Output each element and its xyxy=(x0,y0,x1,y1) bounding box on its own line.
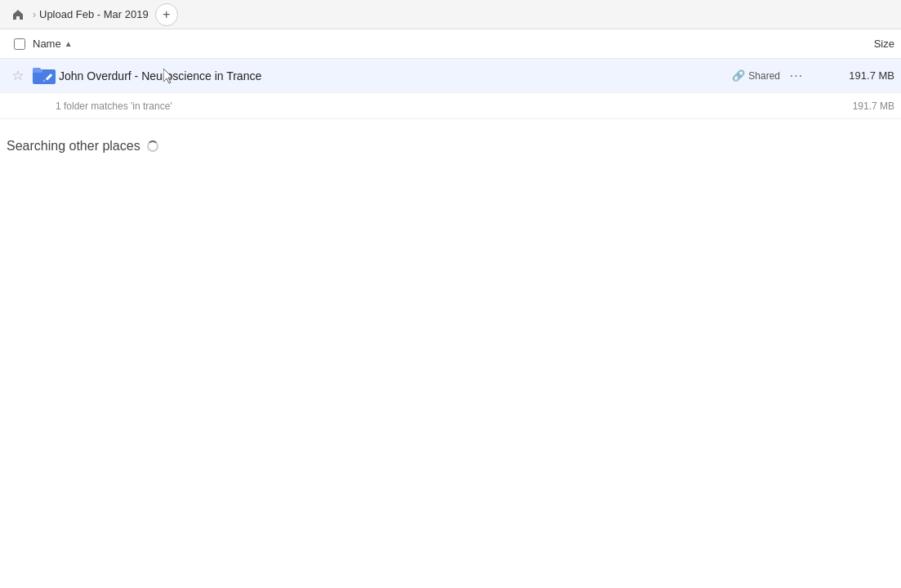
select-all-checkbox[interactable] xyxy=(7,38,33,50)
header-bar: › Upload Feb - Mar 2019 + xyxy=(0,0,901,29)
breadcrumb-chevron: › xyxy=(33,9,36,20)
file-row[interactable]: John Overdurf - Neuroscience in Trance 🔗… xyxy=(0,59,901,93)
select-all-input[interactable] xyxy=(14,38,25,50)
add-button[interactable]: + xyxy=(155,3,178,26)
more-icon: ··· xyxy=(790,69,803,83)
sort-arrow-icon: ▲ xyxy=(65,39,73,48)
column-header-row: Name ▲ Size xyxy=(0,29,901,59)
row-actions: 🔗 Shared ··· xyxy=(732,66,806,86)
svg-rect-2 xyxy=(33,68,41,72)
home-button[interactable] xyxy=(7,3,29,26)
shared-label: Shared xyxy=(748,70,780,82)
searching-label: Searching other places xyxy=(7,139,894,154)
breadcrumb-title: Upload Feb - Mar 2019 xyxy=(39,8,149,20)
file-name: John Overdurf - Neuroscience in Trance xyxy=(59,69,732,82)
loading-spinner xyxy=(147,140,158,152)
sub-info-text: 1 folder matches 'in trance' xyxy=(56,100,172,112)
plus-icon: + xyxy=(163,7,170,22)
more-button[interactable]: ··· xyxy=(787,66,806,86)
sub-info-row: 1 folder matches 'in trance' 191.7 MB xyxy=(0,93,901,119)
sub-info-size: 191.7 MB xyxy=(853,100,894,112)
file-size: 191.7 MB xyxy=(813,69,894,82)
folder-icon xyxy=(29,66,59,86)
link-icon: 🔗 xyxy=(732,69,745,82)
searching-text: Searching other places xyxy=(7,139,141,154)
name-column-header[interactable]: Name ▲ xyxy=(33,38,813,50)
shared-badge: 🔗 Shared xyxy=(732,69,780,82)
size-column-header: Size xyxy=(813,38,894,50)
star-button[interactable] xyxy=(7,70,29,82)
searching-section: Searching other places xyxy=(0,119,901,160)
name-column-label: Name xyxy=(33,38,61,50)
